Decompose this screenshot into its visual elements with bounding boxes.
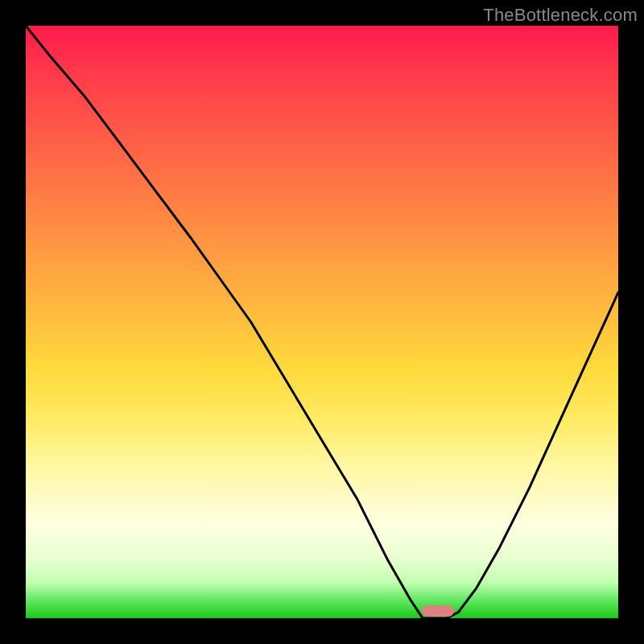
bottleneck-curve <box>26 26 618 618</box>
chart-stage: TheBottleneck.com <box>0 0 644 644</box>
plot-area <box>26 26 618 618</box>
watermark-text: TheBottleneck.com <box>483 5 638 26</box>
optimum-marker <box>422 605 454 617</box>
